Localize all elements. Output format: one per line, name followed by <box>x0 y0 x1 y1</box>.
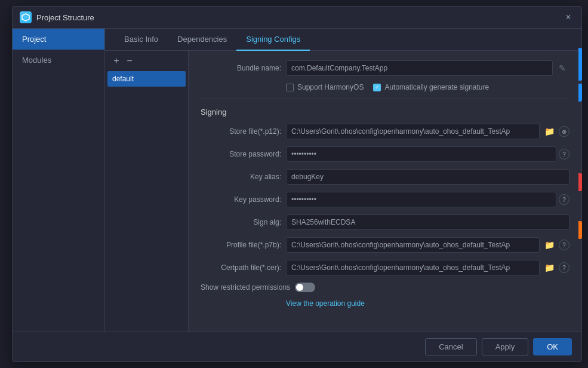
edit-bundle-icon[interactable]: ✎ <box>555 61 569 75</box>
certpath-file-input[interactable] <box>286 260 540 275</box>
auto-signature-checkbox[interactable] <box>373 84 381 91</box>
accent-bar-red <box>578 173 582 191</box>
profile-file-input[interactable] <box>286 237 540 253</box>
store-password-row: Store password: ? <box>201 146 569 162</box>
tab-signing-configs[interactable]: Signing Configs <box>236 29 310 51</box>
app-icon <box>20 11 32 23</box>
auto-signature-checkbox-item[interactable]: Automatically generate signature <box>373 83 489 91</box>
dialog-title: Project Structure <box>36 13 94 22</box>
sign-alg-row: Sign alg: <box>201 214 569 230</box>
support-harmony-checkbox[interactable] <box>286 84 294 91</box>
key-password-help-icon[interactable]: ? <box>559 194 569 205</box>
config-toolbar: + − <box>105 51 188 71</box>
close-button[interactable]: × <box>562 11 574 23</box>
operation-guide-link[interactable]: View the operation guide <box>286 299 365 308</box>
auto-signature-label: Automatically generate signature <box>384 83 489 91</box>
profile-file-row: Profile file(*.p7b): 📁 ? <box>201 237 569 253</box>
key-password-row: Key password: ? <box>201 192 569 207</box>
store-file-input[interactable] <box>286 124 540 139</box>
tab-dependencies[interactable]: Dependencies <box>168 29 236 51</box>
backdrop: "name": "default", Project Structure × <box>0 0 588 368</box>
dialog-footer: Cancel Apply OK <box>13 332 581 361</box>
key-alias-row: Key alias: <box>201 169 569 185</box>
key-alias-label: Key alias: <box>201 173 281 181</box>
sidebar: Project Modules <box>13 29 105 332</box>
dialog-titlebar: Project Structure × <box>13 7 581 29</box>
key-password-label: Key password: <box>201 195 281 204</box>
show-restricted-toggle[interactable] <box>295 283 315 292</box>
browse-store-file-icon[interactable]: 📁 <box>542 124 556 139</box>
certpath-file-label: Certpath file(*.cer): <box>201 263 281 272</box>
cert-help-icon[interactable]: ? <box>559 262 569 273</box>
svg-marker-1 <box>24 16 27 19</box>
form-area: Bundle name: ✎ Support HarmonyOS <box>189 51 581 332</box>
cancel-button[interactable]: Cancel <box>425 338 476 355</box>
support-harmony-label: Support HarmonyOS <box>297 83 364 91</box>
operation-guide-row: View the operation guide <box>286 299 569 308</box>
bundle-name-row: Bundle name: ✎ <box>201 60 569 76</box>
bundle-name-input[interactable] <box>286 60 553 76</box>
store-file-row: Store file(*.p12): 📁 ⊕ <box>201 124 569 139</box>
key-password-input[interactable] <box>286 192 556 207</box>
remove-config-button[interactable]: − <box>124 56 135 66</box>
store-file-help-icon[interactable]: ⊕ <box>559 126 569 137</box>
sign-alg-label: Sign alg: <box>201 218 281 226</box>
key-alias-input-row <box>286 169 569 185</box>
support-harmony-checkbox-item[interactable]: Support HarmonyOS <box>286 83 364 91</box>
key-password-input-row: ? <box>286 192 569 207</box>
config-item-default[interactable]: default <box>107 71 186 87</box>
key-alias-input[interactable] <box>286 169 569 185</box>
bundle-name-label: Bundle name: <box>201 64 281 72</box>
sign-alg-input[interactable] <box>286 214 569 230</box>
bundle-name-input-row: ✎ <box>286 60 569 76</box>
store-password-input[interactable] <box>286 146 556 162</box>
profile-file-input-row: 📁 ? <box>286 237 569 253</box>
title-left: Project Structure <box>20 11 94 23</box>
profile-help-icon[interactable]: ? <box>559 240 569 250</box>
dialog-body: Project Modules Basic Info Dependencies <box>13 29 581 332</box>
signing-section-title: Signing <box>201 108 569 116</box>
apply-button[interactable]: Apply <box>482 338 529 355</box>
signing-divider <box>201 99 569 99</box>
store-password-input-row: ? <box>286 146 569 162</box>
browse-cert-icon[interactable]: 📁 <box>542 260 556 275</box>
store-password-label: Store password: <box>201 150 281 158</box>
tab-bar: Basic Info Dependencies Signing Configs <box>105 29 581 51</box>
tab-basic-info[interactable]: Basic Info <box>115 29 168 51</box>
add-config-button[interactable]: + <box>111 56 122 66</box>
sidebar-item-modules[interactable]: Modules <box>13 50 104 70</box>
store-file-label: Store file(*.p12): <box>201 127 281 136</box>
store-password-help-icon[interactable]: ? <box>559 149 569 160</box>
certpath-file-row: Certpath file(*.cer): 📁 ? <box>201 260 569 275</box>
ok-button[interactable]: OK <box>533 338 572 355</box>
store-file-input-row: 📁 ⊕ <box>286 124 569 139</box>
accent-bar-orange <box>578 221 582 239</box>
browse-profile-icon[interactable]: 📁 <box>542 238 556 252</box>
accent-bar-blue-top <box>578 48 582 81</box>
profile-file-label: Profile file(*.p7b): <box>201 241 281 249</box>
checkboxes-row: Support HarmonyOS Automatically generate… <box>286 83 569 91</box>
config-panel: + − default <box>105 51 189 332</box>
project-structure-dialog: Project Structure × Project Modules Ba <box>12 6 582 362</box>
show-restricted-row: Show restricted permissions <box>201 283 569 292</box>
content-split: + − default Bundle name: <box>105 51 581 332</box>
toggle-knob <box>296 284 303 291</box>
show-restricted-label: Show restricted permissions <box>201 283 290 292</box>
sign-alg-input-row <box>286 214 569 230</box>
certpath-file-input-row: 📁 ? <box>286 260 569 275</box>
main-content: Basic Info Dependencies Signing Configs … <box>105 29 581 332</box>
accent-bar-blue-mid <box>578 84 582 102</box>
sidebar-item-project[interactable]: Project <box>13 29 104 50</box>
